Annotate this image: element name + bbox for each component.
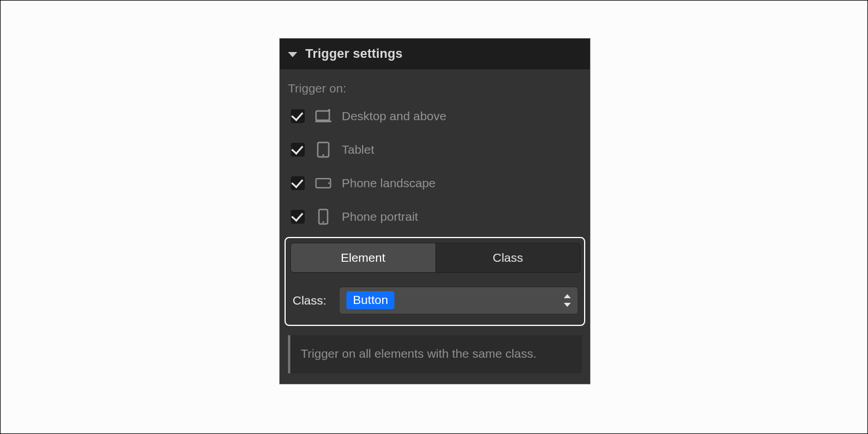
svg-rect-1 bbox=[315, 120, 331, 122]
svg-point-2 bbox=[328, 109, 330, 112]
checkbox-phone-portrait[interactable] bbox=[291, 210, 305, 224]
checkbox-phone-landscape[interactable] bbox=[291, 176, 305, 190]
row-label-desktop: Desktop and above bbox=[342, 109, 446, 123]
desktop-icon bbox=[315, 108, 331, 124]
trigger-on-row-phone-landscape: Phone landscape bbox=[288, 171, 582, 195]
class-label: Class: bbox=[293, 293, 326, 307]
trigger-on-row-phone-portrait: Phone portrait bbox=[288, 205, 582, 229]
info-box: Trigger on all elements with the same cl… bbox=[288, 335, 582, 374]
svg-point-6 bbox=[328, 182, 330, 184]
tablet-icon bbox=[315, 142, 331, 158]
row-label-phone-landscape: Phone landscape bbox=[342, 176, 435, 190]
panel-title: Trigger settings bbox=[305, 46, 402, 61]
trigger-on-section: Trigger on: Desktop and above bbox=[280, 69, 590, 236]
segment-class-label: Class bbox=[493, 251, 523, 264]
trigger-on-label: Trigger on: bbox=[288, 81, 582, 95]
panel-header[interactable]: Trigger settings bbox=[280, 39, 590, 69]
collapse-caret-icon bbox=[288, 52, 297, 57]
trigger-on-row-tablet: Tablet bbox=[288, 138, 582, 162]
trigger-settings-panel: Trigger settings Trigger on: Desktop and… bbox=[280, 39, 590, 384]
segment-element[interactable]: Element bbox=[291, 243, 435, 272]
segment-element-label: Element bbox=[341, 251, 385, 264]
checkbox-desktop[interactable] bbox=[291, 109, 305, 123]
row-label-phone-portrait: Phone portrait bbox=[342, 209, 418, 224]
select-chevrons-icon bbox=[563, 294, 571, 307]
svg-rect-0 bbox=[316, 111, 330, 120]
trigger-on-row-desktop: Desktop and above bbox=[288, 104, 582, 128]
phone-portrait-icon bbox=[315, 209, 331, 225]
info-text: Trigger on all elements with the same cl… bbox=[301, 347, 537, 360]
svg-point-8 bbox=[323, 221, 324, 222]
class-select[interactable]: Button bbox=[339, 287, 578, 314]
phone-landscape-icon bbox=[315, 175, 331, 191]
svg-point-4 bbox=[322, 154, 324, 155]
class-pill: Button bbox=[346, 291, 394, 309]
segment-class[interactable]: Class bbox=[435, 243, 581, 272]
class-row: Class: Button bbox=[290, 273, 579, 318]
row-label-tablet: Tablet bbox=[342, 142, 374, 157]
element-class-group: Element Class Class: Button bbox=[285, 237, 585, 326]
checkbox-tablet[interactable] bbox=[291, 143, 305, 157]
element-class-segmented: Element Class bbox=[290, 243, 581, 273]
